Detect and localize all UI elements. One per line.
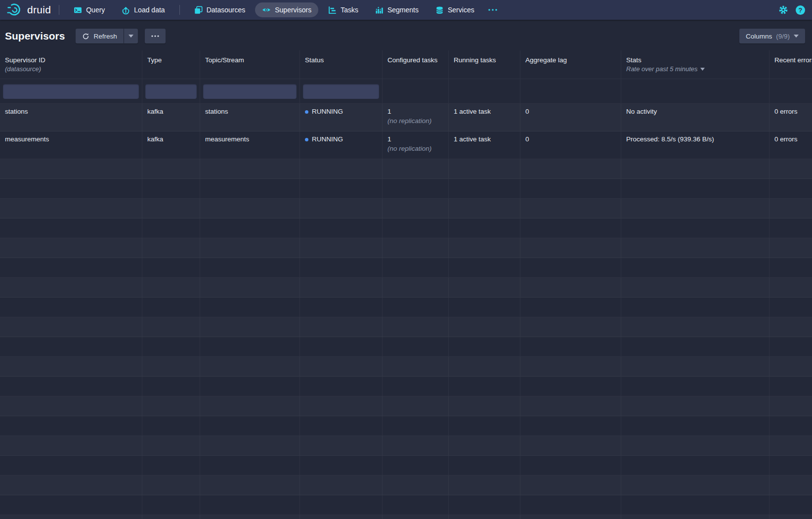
filter-supervisor-id-input[interactable] bbox=[3, 84, 139, 99]
empty-table-row bbox=[0, 317, 812, 337]
empty-table-row bbox=[0, 238, 812, 258]
empty-table-row bbox=[0, 298, 812, 317]
view-controls: Supervisors Refresh Columns (9/9) bbox=[0, 20, 812, 50]
supervisors-table: Supervisor ID (datasource) Type Topic/St… bbox=[0, 50, 812, 519]
running-tasks-cell[interactable]: 1 active task bbox=[449, 131, 520, 159]
table-row[interactable]: stations kafka stations RUNNING 1 (no re… bbox=[0, 104, 812, 131]
datasources-icon bbox=[194, 6, 203, 14]
services-icon bbox=[435, 6, 444, 14]
type-cell: kafka bbox=[142, 104, 200, 131]
empty-table-row bbox=[0, 515, 812, 519]
column-header-type[interactable]: Type bbox=[142, 50, 200, 79]
empty-table-row bbox=[0, 159, 812, 179]
refresh-icon bbox=[82, 33, 89, 40]
status-label: RUNNING bbox=[312, 108, 343, 115]
nav-item-label: Supervisors bbox=[275, 6, 311, 14]
recent-errors-cell[interactable]: 0 errors bbox=[769, 104, 812, 131]
nav-item-label: Query bbox=[86, 6, 105, 14]
configured-tasks-cell: 1 (no replication) bbox=[383, 131, 449, 159]
column-header-running-tasks[interactable]: Running tasks bbox=[449, 50, 520, 79]
eye-icon bbox=[262, 5, 271, 14]
empty-table-row bbox=[0, 357, 812, 377]
columns-count: (9/9) bbox=[776, 33, 790, 40]
nav-item-datasources[interactable]: Datasources bbox=[187, 2, 253, 17]
column-header-configured-tasks[interactable]: Configured tasks bbox=[383, 50, 449, 79]
stats-cell[interactable]: No activity bbox=[621, 104, 769, 131]
empty-table-row bbox=[0, 179, 812, 199]
supervisor-id-cell[interactable]: stations bbox=[0, 104, 142, 131]
status-label: RUNNING bbox=[312, 135, 343, 143]
empty-table-row bbox=[0, 258, 812, 278]
column-header-stats[interactable]: Stats Rate over past 5 minutes bbox=[621, 50, 769, 79]
empty-table-row bbox=[0, 456, 812, 476]
empty-table-row bbox=[0, 199, 812, 218]
more-icon bbox=[488, 8, 498, 11]
settings-button[interactable] bbox=[778, 5, 788, 15]
status-cell[interactable]: RUNNING bbox=[300, 131, 383, 159]
empty-table-row bbox=[0, 495, 812, 515]
more-actions-button[interactable] bbox=[145, 29, 166, 43]
filter-status-input[interactable] bbox=[303, 84, 379, 99]
empty-table-row bbox=[0, 436, 812, 456]
empty-table-row bbox=[0, 416, 812, 436]
nav-item-services[interactable]: Services bbox=[428, 2, 481, 17]
tasks-icon bbox=[328, 6, 337, 14]
recent-errors-cell[interactable]: 0 errors bbox=[769, 131, 812, 159]
ellipsis-icon bbox=[151, 35, 159, 37]
upload-icon bbox=[122, 6, 130, 14]
filter-row bbox=[0, 79, 812, 104]
empty-table-row bbox=[0, 377, 812, 396]
refresh-menu-button[interactable] bbox=[124, 29, 138, 43]
column-header-recent-errors[interactable]: Recent errors bbox=[769, 50, 812, 79]
running-status-dot bbox=[305, 110, 308, 114]
nav-item-label: Load data bbox=[134, 6, 165, 14]
segments-icon bbox=[375, 6, 384, 14]
refresh-split-button: Refresh bbox=[76, 29, 137, 43]
stats-cell[interactable]: Processed: 8.5/s (939.36 B/s) bbox=[621, 131, 769, 159]
nav-item-label: Datasources bbox=[207, 6, 246, 14]
nav-divider bbox=[59, 5, 59, 15]
druid-logo-text: druid bbox=[27, 4, 51, 16]
druid-logo[interactable]: druid bbox=[7, 3, 51, 17]
refresh-label: Refresh bbox=[93, 33, 117, 40]
page-title: Supervisors bbox=[5, 30, 65, 42]
empty-table-row bbox=[0, 278, 812, 298]
column-header-supervisor-id[interactable]: Supervisor ID (datasource) bbox=[0, 50, 142, 79]
refresh-button[interactable]: Refresh bbox=[76, 29, 123, 43]
type-cell: kafka bbox=[142, 131, 200, 159]
status-cell[interactable]: RUNNING bbox=[300, 104, 383, 131]
nav-item-tasks[interactable]: Tasks bbox=[321, 2, 365, 17]
nav-item-segments[interactable]: Segments bbox=[368, 2, 426, 17]
empty-table-row bbox=[0, 476, 812, 495]
table-header: Supervisor ID (datasource) Type Topic/St… bbox=[0, 50, 812, 79]
druid-logo-icon bbox=[7, 3, 23, 17]
nav-item-label: Services bbox=[448, 6, 474, 14]
columns-button[interactable]: Columns (9/9) bbox=[739, 29, 805, 43]
console-icon bbox=[74, 6, 82, 14]
caret-down-icon bbox=[700, 68, 705, 71]
empty-table-row bbox=[0, 337, 812, 357]
stats-rate-selector[interactable]: Rate over past 5 minutes bbox=[626, 65, 705, 73]
navbar-right: ? bbox=[778, 5, 805, 15]
help-icon: ? bbox=[796, 5, 805, 15]
empty-table-row bbox=[0, 218, 812, 238]
table-row[interactable]: measurements kafka measurements RUNNING … bbox=[0, 131, 812, 159]
nav-more-button[interactable] bbox=[483, 2, 503, 17]
supervisor-id-cell[interactable]: measurements bbox=[0, 131, 142, 159]
column-header-topic-stream[interactable]: Topic/Stream bbox=[200, 50, 300, 79]
column-header-aggregate-lag[interactable]: Aggregate lag bbox=[520, 50, 621, 79]
empty-table-row bbox=[0, 396, 812, 416]
nav-item-load-data[interactable]: Load data bbox=[115, 2, 171, 17]
running-tasks-cell[interactable]: 1 active task bbox=[449, 104, 520, 131]
filter-topic-stream-input[interactable] bbox=[203, 84, 297, 99]
topic-cell: stations bbox=[200, 104, 300, 131]
nav-item-query[interactable]: Query bbox=[67, 2, 112, 17]
filter-type-input[interactable] bbox=[145, 84, 197, 99]
help-button[interactable]: ? bbox=[796, 5, 805, 15]
chevron-down-icon bbox=[794, 35, 799, 38]
table-body: stations kafka stations RUNNING 1 (no re… bbox=[0, 104, 812, 519]
nav-item-supervisors[interactable]: Supervisors bbox=[255, 2, 318, 17]
aggregate-lag-cell: 0 bbox=[520, 131, 621, 159]
column-header-status[interactable]: Status bbox=[300, 50, 383, 79]
nav-divider bbox=[179, 5, 180, 15]
